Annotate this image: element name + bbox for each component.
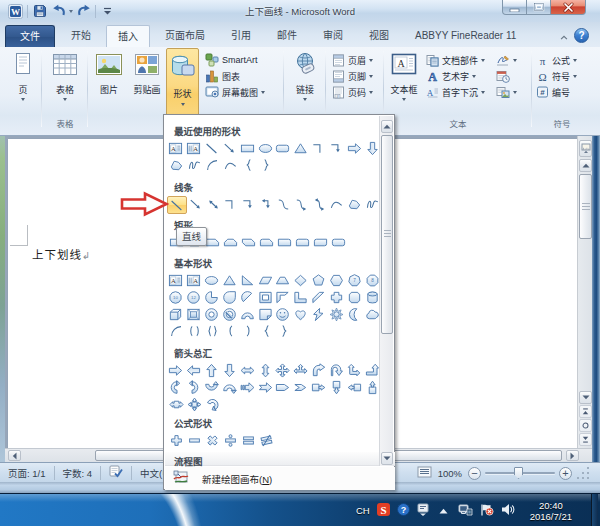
object-button[interactable] (496, 84, 517, 100)
shape-curveddbl[interactable] (310, 196, 328, 213)
shape-adown[interactable] (220, 362, 238, 379)
shape-dblarrow[interactable] (204, 196, 222, 213)
shape-roundrect[interactable] (329, 234, 347, 251)
shape-snipround[interactable] (257, 234, 275, 251)
status-page-number[interactable]: 页面: 1/1 (0, 466, 54, 480)
shape-calloutquad[interactable] (185, 396, 203, 413)
show-desktop-button[interactable] (591, 494, 598, 526)
clipart-button[interactable]: 剪贴画 (128, 50, 166, 96)
shape-curvdown[interactable] (203, 379, 221, 396)
shape-lbrace[interactable] (257, 323, 275, 340)
shape-diagstripe[interactable] (310, 289, 328, 306)
shape-eqnoteq[interactable] (257, 432, 275, 449)
shape-nosymbol[interactable] (220, 306, 238, 323)
shape-heptagon[interactable]: 7 (345, 272, 363, 289)
shape-dblbrace[interactable] (203, 323, 221, 340)
shape-heart[interactable] (292, 306, 310, 323)
ruler-toggle-button[interactable] (579, 140, 592, 157)
shape-cube[interactable] (167, 306, 185, 323)
shape-bent[interactable] (310, 362, 328, 379)
shape-curve[interactable] (328, 196, 346, 213)
chart-button[interactable]: 图表 (205, 68, 240, 84)
status-word-count[interactable]: 字数: 4 (55, 466, 101, 480)
spellcheck-status-icon[interactable] (101, 465, 131, 480)
language-indicator[interactable]: CH (356, 505, 370, 516)
network-icon[interactable] (458, 503, 473, 518)
shape-elbow[interactable] (222, 196, 240, 213)
view-layout-icon[interactable] (417, 466, 432, 480)
shape-arc[interactable] (203, 157, 221, 174)
shape-donut[interactable] (203, 306, 221, 323)
shape-arrow[interactable] (187, 196, 205, 213)
shape-rbrace[interactable] (257, 157, 275, 174)
shape-notched[interactable] (256, 379, 274, 396)
shape-sun[interactable] (327, 306, 345, 323)
shape-triangle[interactable] (292, 140, 310, 157)
shape-alru[interactable] (292, 362, 310, 379)
shape-snipdiag[interactable] (239, 234, 257, 251)
shape-aud[interactable] (256, 362, 274, 379)
screenshot-button[interactable]: 屏幕截图 (205, 84, 265, 100)
shape-curved[interactable] (275, 196, 293, 213)
zoom-level[interactable]: 100% (436, 468, 464, 479)
tab-审阅[interactable]: 审阅 (312, 25, 354, 47)
scroll-right-icon[interactable] (566, 450, 579, 461)
tab-引用[interactable]: 引用 (220, 25, 262, 47)
shape-round1[interactable] (275, 234, 293, 251)
shape-eqequal[interactable] (239, 432, 257, 449)
shape-pentagon[interactable] (310, 272, 328, 289)
tab-插入[interactable]: 插入 (106, 25, 150, 47)
maximize-button[interactable] (527, 0, 550, 15)
shape-textbox[interactable]: A (167, 272, 185, 289)
shape-snipside[interactable] (221, 234, 239, 251)
scroll-up-icon[interactable] (579, 159, 592, 172)
shape-arc[interactable] (167, 323, 185, 340)
shape-calloutr[interactable] (310, 379, 328, 396)
tab-视图[interactable]: 视图 (358, 25, 400, 47)
shape-curvedarrow[interactable] (293, 196, 311, 213)
equation-button[interactable]: π 公式 (536, 52, 577, 68)
shape-eqdiv[interactable] (221, 432, 239, 449)
shape-diamond[interactable] (292, 272, 310, 289)
shape-lbracket[interactable] (221, 323, 239, 340)
shape-triangle[interactable] (220, 272, 238, 289)
taskbar-clock[interactable]: 20:40 2016/7/21 (522, 500, 582, 522)
picture-button[interactable]: 图片 (92, 50, 126, 96)
shape-aright[interactable] (167, 362, 185, 379)
shape-curve[interactable] (221, 157, 239, 174)
shape-teardrop[interactable] (220, 289, 238, 306)
shape-textbox[interactable]: A (167, 140, 185, 157)
shapes-menu-scrollbar[interactable] (379, 116, 393, 466)
menu-scroll-down-icon[interactable] (381, 452, 393, 465)
smartart-button[interactable]: SmartArt (205, 52, 258, 68)
shape-blockarc[interactable] (238, 306, 256, 323)
select-browse-object-button[interactable] (579, 419, 592, 432)
shape-lshape[interactable] (292, 289, 310, 306)
shape-oval[interactable] (203, 272, 221, 289)
show-hidden-icons[interactable] (439, 506, 448, 516)
shape-rbracket[interactable] (239, 323, 257, 340)
shape-aleftup[interactable] (345, 362, 363, 379)
shape-parallelogram[interactable] (256, 272, 274, 289)
zoom-slider-thumb[interactable] (514, 467, 523, 479)
help-tray-icon[interactable]: ? (397, 503, 410, 518)
shape-dodecagon[interactable]: 12 (185, 289, 203, 306)
vertical-scroll-thumb[interactable] (579, 174, 592, 239)
numbering-button[interactable]: # 编号 (536, 84, 570, 100)
shape-lbrace[interactable] (239, 157, 257, 174)
tab-开始[interactable]: 开始 (60, 25, 102, 47)
shape-elbow[interactable] (310, 140, 328, 157)
links-button[interactable]: 链接 (289, 50, 321, 101)
shape-halfframe[interactable] (274, 289, 292, 306)
shape-striped[interactable] (238, 379, 256, 396)
datetime-button[interactable] (496, 68, 517, 84)
menu-scroll-thumb[interactable] (381, 135, 393, 334)
dropcap-button[interactable]: A 首字下沉 (426, 84, 485, 100)
shape-eqminus[interactable] (185, 432, 203, 449)
shape-chevron[interactable] (292, 379, 310, 396)
shape-circarrow[interactable] (203, 396, 221, 413)
word-logo-icon[interactable]: W (7, 3, 24, 20)
save-icon[interactable] (31, 3, 48, 20)
shape-aleft[interactable] (185, 362, 203, 379)
shape-freeform[interactable] (346, 196, 364, 213)
